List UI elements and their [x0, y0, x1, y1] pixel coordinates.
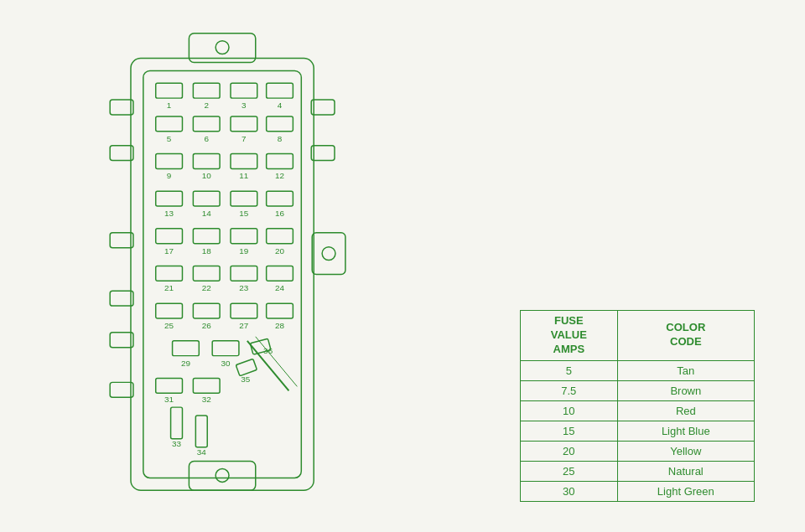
svg-text:10: 10 [202, 171, 212, 180]
svg-text:30: 30 [221, 359, 231, 368]
svg-text:5: 5 [167, 134, 172, 143]
svg-text:20: 20 [275, 246, 285, 256]
svg-text:11: 11 [239, 171, 249, 180]
svg-rect-42 [193, 191, 220, 206]
svg-text:19: 19 [239, 246, 249, 256]
svg-rect-14 [311, 146, 335, 161]
svg-text:6: 6 [204, 134, 209, 143]
svg-rect-58 [193, 266, 220, 281]
svg-text:21: 21 [164, 283, 174, 292]
legend-row: 20Yellow [521, 441, 755, 461]
svg-text:18: 18 [202, 246, 212, 256]
fuse-color-value: Red [617, 400, 754, 421]
svg-rect-48 [156, 229, 183, 244]
svg-rect-60 [231, 266, 257, 281]
svg-rect-24 [156, 116, 183, 132]
fuse-color-value: Brown [617, 380, 754, 400]
fuse-amps-value: 15 [521, 421, 618, 441]
svg-line-81 [256, 337, 298, 387]
svg-point-2 [216, 41, 229, 54]
svg-text:7: 7 [242, 134, 247, 143]
svg-rect-0 [131, 59, 314, 491]
svg-rect-82 [156, 378, 183, 393]
svg-text:25: 25 [164, 321, 174, 330]
fuse-color-value: Light Blue [617, 421, 754, 441]
svg-text:4: 4 [278, 101, 283, 110]
col-color-header: COLORCODE [617, 311, 754, 361]
fuse-amps-value: 25 [521, 461, 618, 481]
svg-rect-3 [189, 462, 255, 491]
svg-text:34: 34 [197, 447, 207, 457]
legend-row: 5Tan [521, 360, 755, 380]
svg-rect-86 [171, 407, 183, 439]
svg-rect-62 [267, 266, 293, 281]
svg-rect-30 [267, 116, 293, 132]
svg-text:33: 33 [172, 439, 182, 448]
svg-rect-5 [312, 233, 345, 275]
svg-rect-40 [156, 191, 183, 206]
svg-rect-10 [110, 291, 133, 306]
svg-rect-7 [110, 100, 133, 115]
svg-rect-46 [267, 191, 293, 206]
svg-rect-72 [173, 341, 200, 356]
svg-text:15: 15 [239, 209, 249, 218]
svg-rect-44 [231, 191, 257, 206]
fuse-color-value: Natural [617, 461, 754, 481]
fuse-amps-value: 10 [521, 400, 618, 421]
svg-rect-66 [193, 303, 220, 318]
svg-rect-8 [110, 146, 133, 161]
svg-point-6 [322, 247, 335, 261]
svg-rect-32 [156, 154, 183, 169]
svg-text:16: 16 [275, 209, 285, 218]
fuse-color-value: Tan [617, 360, 754, 380]
fuse-legend-table: FUSEVALUEAMPS COLORCODE 5Tan7.5Brown10Re… [520, 310, 755, 502]
svg-rect-56 [156, 266, 183, 281]
svg-rect-78 [236, 359, 257, 376]
svg-text:26: 26 [202, 321, 212, 330]
svg-rect-84 [193, 378, 220, 393]
legend-row: 15Light Blue [521, 421, 755, 441]
fuse-amps-value: 7.5 [521, 380, 618, 400]
svg-text:32: 32 [202, 395, 212, 404]
svg-rect-70 [267, 303, 293, 318]
legend-row: 7.5Brown [521, 380, 755, 400]
legend-row: 30Light Green [521, 481, 755, 501]
main-container: 1 2 3 4 5 6 7 8 9 10 11 12 13 14 15 16 [0, 0, 805, 532]
svg-text:12: 12 [275, 171, 285, 180]
svg-rect-11 [110, 333, 133, 348]
svg-text:13: 13 [164, 209, 174, 218]
svg-rect-74 [212, 341, 239, 356]
fuse-color-value: Yellow [617, 441, 754, 461]
svg-text:14: 14 [202, 209, 212, 218]
svg-rect-52 [231, 229, 257, 244]
svg-text:23: 23 [239, 283, 249, 292]
svg-text:31: 31 [164, 395, 174, 404]
svg-text:28: 28 [275, 321, 285, 330]
svg-rect-12 [110, 382, 133, 397]
svg-rect-20 [231, 83, 257, 98]
svg-rect-38 [267, 154, 293, 169]
svg-rect-28 [231, 116, 257, 132]
svg-rect-64 [156, 303, 183, 318]
fuse-color-value: Light Green [617, 481, 754, 501]
svg-text:29: 29 [181, 359, 191, 368]
legend-row: 25Natural [521, 461, 755, 481]
svg-text:3: 3 [242, 101, 247, 110]
svg-text:1: 1 [167, 101, 172, 110]
fuse-amps-value: 20 [521, 441, 618, 461]
svg-text:2: 2 [204, 101, 209, 110]
svg-rect-68 [231, 303, 257, 318]
svg-rect-50 [193, 229, 220, 244]
svg-rect-26 [193, 116, 220, 132]
fuse-amps-value: 30 [521, 481, 618, 501]
legend-row: 10Red [521, 400, 755, 421]
svg-text:35: 35 [241, 374, 251, 384]
svg-text:17: 17 [164, 246, 174, 256]
svg-text:9: 9 [167, 171, 172, 180]
svg-point-4 [216, 469, 229, 483]
svg-rect-13 [311, 100, 335, 115]
fuse-amps-value: 5 [521, 360, 618, 380]
svg-rect-36 [231, 154, 257, 169]
svg-text:22: 22 [202, 283, 212, 292]
legend-table-container: FUSEVALUEAMPS COLORCODE 5Tan7.5Brown10Re… [520, 310, 755, 502]
